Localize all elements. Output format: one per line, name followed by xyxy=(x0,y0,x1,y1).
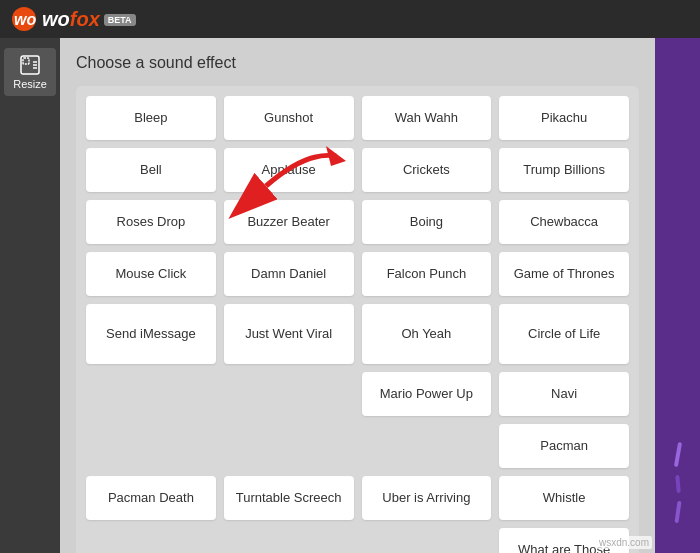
sound-btn-mario-power-up[interactable]: Mario Power Up xyxy=(362,372,492,416)
empty-cell-6-2 xyxy=(224,372,354,416)
sound-btn-boing[interactable]: Boing xyxy=(362,200,492,244)
page-title: Choose a sound effect xyxy=(76,54,639,72)
sound-btn-circle-of-life[interactable]: Circle of Life xyxy=(499,304,629,364)
deco-line-3 xyxy=(674,501,681,523)
sound-btn-pacman[interactable]: Pacman xyxy=(499,424,629,468)
sound-btn-pikachu[interactable]: Pikachu xyxy=(499,96,629,140)
sidebar: Resize xyxy=(0,38,60,553)
svg-text:wo: wo xyxy=(14,11,36,28)
beta-badge: BETA xyxy=(104,14,136,26)
sound-btn-just-went-viral[interactable]: Just Went Viral xyxy=(224,304,354,364)
sound-btn-gunshot[interactable]: Gunshot xyxy=(224,96,354,140)
deco-line-2 xyxy=(675,475,681,493)
sound-btn-falcon-punch[interactable]: Falcon Punch xyxy=(362,252,492,296)
sound-btn-damn-daniel[interactable]: Damn Daniel xyxy=(224,252,354,296)
sound-btn-bleep[interactable]: Bleep xyxy=(86,96,216,140)
sidebar-item-resize[interactable]: Resize xyxy=(4,48,56,96)
sound-btn-pacman-death[interactable]: Pacman Death xyxy=(86,476,216,520)
sound-btn-trump-billions[interactable]: Trump Billions xyxy=(499,148,629,192)
logo-text-fox: fox xyxy=(70,8,100,31)
sidebar-label-resize: Resize xyxy=(13,78,47,90)
deco-line-1 xyxy=(673,442,681,467)
app-header: wo wo fox BETA xyxy=(0,0,700,38)
empty-cell-7-3 xyxy=(362,424,492,468)
sound-btn-turntable-screech[interactable]: Turntable Screech xyxy=(224,476,354,520)
sound-btn-chewbacca[interactable]: Chewbacca xyxy=(499,200,629,244)
svg-rect-3 xyxy=(23,58,29,64)
empty-cell-7-1 xyxy=(86,424,216,468)
content-wrapper: Choose a sound effect Bleep Gunshot Wah … xyxy=(60,38,700,553)
main-layout: Resize Choose a sound effect Bleep xyxy=(0,38,700,553)
sound-btn-applause[interactable]: Applause xyxy=(224,148,354,192)
sound-btn-navi[interactable]: Navi xyxy=(499,372,629,416)
empty-cell-9-2 xyxy=(224,528,354,553)
content-area: Choose a sound effect Bleep Gunshot Wah … xyxy=(60,38,655,553)
logo-text-wo: wo xyxy=(42,8,70,31)
empty-cell-9-1 xyxy=(86,528,216,553)
resize-icon xyxy=(19,54,41,76)
empty-cell-7-2 xyxy=(224,424,354,468)
logo: wo wo fox BETA xyxy=(10,5,136,33)
sound-btn-oh-yeah[interactable]: Oh Yeah xyxy=(362,304,492,364)
sound-btn-crickets[interactable]: Crickets xyxy=(362,148,492,192)
sound-btn-bell[interactable]: Bell xyxy=(86,148,216,192)
sound-btn-buzzer-beater[interactable]: Buzzer Beater xyxy=(224,200,354,244)
sound-btn-wah-wahh[interactable]: Wah Wahh xyxy=(362,96,492,140)
sound-btn-game-of-thrones[interactable]: Game of Thrones xyxy=(499,252,629,296)
watermark: wsxdn.com xyxy=(596,536,652,549)
sound-btn-mouse-click[interactable]: Mouse Click xyxy=(86,252,216,296)
sound-grid: Bleep Gunshot Wah Wahh Pikachu Bell Appl… xyxy=(76,86,639,553)
empty-cell-9-3 xyxy=(362,528,492,553)
empty-cell-6-1 xyxy=(86,372,216,416)
sound-btn-uber-is-arriving[interactable]: Uber is Arriving xyxy=(362,476,492,520)
sound-btn-send-imessage[interactable]: Send iMessage xyxy=(86,304,216,364)
right-panel xyxy=(655,38,700,553)
sound-btn-whistle[interactable]: Whistle xyxy=(499,476,629,520)
sound-btn-roses-drop[interactable]: Roses Drop xyxy=(86,200,216,244)
logo-icon: wo xyxy=(10,5,38,33)
